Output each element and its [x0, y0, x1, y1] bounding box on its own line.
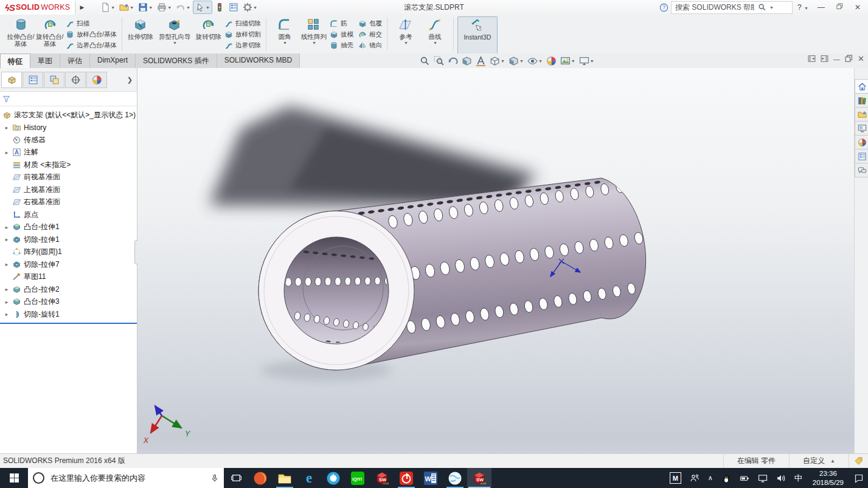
solidworks-logo[interactable]: ϟS SOLIDWORKS [0, 0, 75, 15]
edit-appearance-button[interactable] [545, 55, 558, 67]
tree-item-origin[interactable]: 原点 [0, 208, 137, 221]
network-display-button[interactable] [754, 468, 772, 488]
help-menu[interactable]: ? ▼ [795, 3, 811, 12]
tree-item-front-plane[interactable]: 前视基准面 [0, 171, 137, 184]
taskbar-netease-music[interactable] [394, 468, 418, 488]
shell-button[interactable]: 抽壳 [328, 40, 355, 50]
panel-expand-chevron[interactable]: ❯ [127, 76, 136, 84]
rollback-bar[interactable] [0, 323, 137, 324]
custom-properties-button[interactable] [855, 149, 868, 163]
tab-evaluate[interactable]: 评估 [60, 53, 90, 68]
taskbar-edge[interactable]: e [297, 468, 321, 488]
draft-button[interactable]: 拔模 [328, 29, 355, 40]
tree-item-cut-extrude1[interactable]: ▸切除-拉伸1 [0, 233, 137, 246]
featuremanager-tree-tab[interactable] [1, 72, 22, 88]
rib-button[interactable]: 筋 [328, 18, 355, 29]
open-file-button[interactable]: ▼ [117, 1, 136, 13]
doc-restore-button[interactable] [845, 55, 853, 63]
expand-arrow-icon[interactable]: ▸ [4, 261, 10, 267]
zoom-area-button[interactable] [432, 55, 445, 67]
tab-features[interactable]: 特征 [0, 53, 30, 68]
displaymanager-tab[interactable] [86, 72, 107, 88]
help-search-box[interactable]: ▼ [671, 1, 793, 14]
doc-close-button[interactable]: ✕ [858, 54, 864, 63]
extruded-cut-button[interactable]: 拉伸切除 [126, 16, 155, 53]
zoom-fit-button[interactable] [418, 55, 431, 67]
reference-geometry-button[interactable]: 参考▼ [391, 16, 420, 53]
microphone-icon[interactable] [210, 474, 219, 483]
expand-arrow-icon[interactable]: ▸ [4, 311, 10, 317]
tray-m-app[interactable]: M [665, 468, 686, 488]
tab-mbd[interactable]: SOLIDWORKS MBD [217, 53, 300, 68]
annotation-views-button[interactable] [474, 55, 487, 67]
taskbar-solidworks[interactable] [370, 468, 394, 488]
revolved-boss-button[interactable]: 旋转凸台/基体 [35, 16, 64, 53]
menu-expand-arrow[interactable]: ▶ [75, 3, 88, 12]
tree-item-circular-pattern1[interactable]: 阵列(圆周)1 [0, 246, 137, 259]
help-circle-icon[interactable]: ? [659, 3, 668, 12]
forum-button[interactable] [855, 163, 868, 177]
collapse-pane-right-icon[interactable] [821, 55, 828, 63]
swept-boss-button[interactable]: 扫描 [64, 18, 118, 29]
new-file-button[interactable]: ▼ [99, 1, 117, 13]
extruded-boss-button[interactable]: 拉伸凸台/基体 [6, 16, 35, 53]
tags-button[interactable] [849, 454, 868, 468]
task-view-button[interactable] [224, 468, 248, 488]
restore-button[interactable] [832, 1, 847, 14]
tree-item-boss-extrude2[interactable]: ▸凸台-拉伸2 [0, 283, 137, 296]
taskbar-solidworks-active[interactable] [467, 468, 491, 488]
hide-show-items-button[interactable]: ▼ [526, 55, 544, 67]
tab-addins[interactable]: SOLIDWORKS 插件 [136, 53, 217, 68]
taskbar-word[interactable]: W [418, 468, 443, 488]
options-button[interactable]: ▼ [241, 1, 259, 13]
expand-arrow-icon[interactable]: ▸ [4, 125, 10, 131]
tree-item-annotations[interactable]: ▸注解 [0, 146, 137, 159]
minimize-button[interactable]: — [813, 1, 829, 14]
view-palette-button[interactable] [855, 122, 868, 136]
view-orientation-button[interactable]: ▼ [488, 55, 506, 67]
close-button[interactable]: ✕ [850, 1, 866, 14]
wrap-button[interactable]: 包覆 [357, 18, 383, 29]
search-icon[interactable] [758, 3, 766, 12]
lofted-boss-button[interactable]: 放样凸台/基体 [64, 29, 118, 40]
undo-button[interactable]: ▼ [174, 1, 192, 13]
tree-item-boss-extrude1[interactable]: ▸凸台-拉伸1 [0, 221, 137, 234]
display-style-button[interactable]: ▼ [507, 55, 525, 67]
lofted-cut-button[interactable]: 放样切割 [223, 29, 262, 40]
expand-arrow-icon[interactable]: ▸ [4, 299, 10, 305]
linear-pattern-button[interactable]: 线性阵列▼ [299, 16, 328, 53]
configurationmanager-tab[interactable] [44, 72, 64, 88]
tree-root-part[interactable]: 滚芯支架 (默认<<默认>_显示状态 1>) [0, 109, 137, 122]
taskbar-search-input[interactable] [49, 473, 206, 483]
intersect-button[interactable]: 相交 [357, 29, 383, 40]
previous-view-button[interactable] [446, 55, 459, 67]
tree-item-boss-extrude3[interactable]: ▸凸台-拉伸3 [0, 296, 137, 309]
save-button[interactable]: ▼ [136, 1, 155, 13]
hole-wizard-button[interactable]: 异型孔向导▼ [155, 16, 194, 53]
tree-item-history[interactable]: ▸History [0, 122, 137, 134]
search-dropdown-caret[interactable]: ▼ [769, 5, 774, 10]
tab-dimxpert[interactable]: DimXpert [90, 53, 136, 68]
action-center-button[interactable] [850, 468, 868, 488]
taskbar-firefox[interactable] [248, 468, 273, 488]
volume-button[interactable] [772, 468, 790, 488]
tree-item-top-plane[interactable]: 上视基准面 [0, 184, 137, 196]
taskbar-browser[interactable] [321, 468, 345, 488]
apply-scene-button[interactable]: ▼ [559, 55, 577, 67]
tree-item-material[interactable]: 材质 <未指定> [0, 159, 137, 171]
graphics-area[interactable]: Y X [137, 68, 855, 454]
expand-arrow-icon[interactable]: ▸ [4, 224, 10, 230]
tree-item-cut-extrude7[interactable]: ▸切除-拉伸7 [0, 258, 137, 271]
hidden-icons-chevron[interactable]: ∧ [704, 468, 717, 488]
file-explorer-button[interactable] [855, 108, 868, 122]
taskbar-clock[interactable]: 23:36 2018/5/29 [807, 469, 850, 487]
tab-sketch[interactable]: 草图 [30, 53, 60, 68]
boundary-boss-button[interactable]: 边界凸台/基体 [64, 40, 118, 50]
file-properties-button[interactable] [227, 1, 240, 13]
tree-item-sketch11[interactable]: 草图11 [0, 271, 137, 284]
print-button[interactable]: ▼ [155, 1, 173, 13]
rebuild-button[interactable] [213, 1, 226, 13]
qq-tray-button[interactable] [717, 468, 735, 488]
fillet-button[interactable]: 圆角▼ [270, 16, 299, 53]
tree-filter-bar[interactable] [0, 92, 137, 106]
